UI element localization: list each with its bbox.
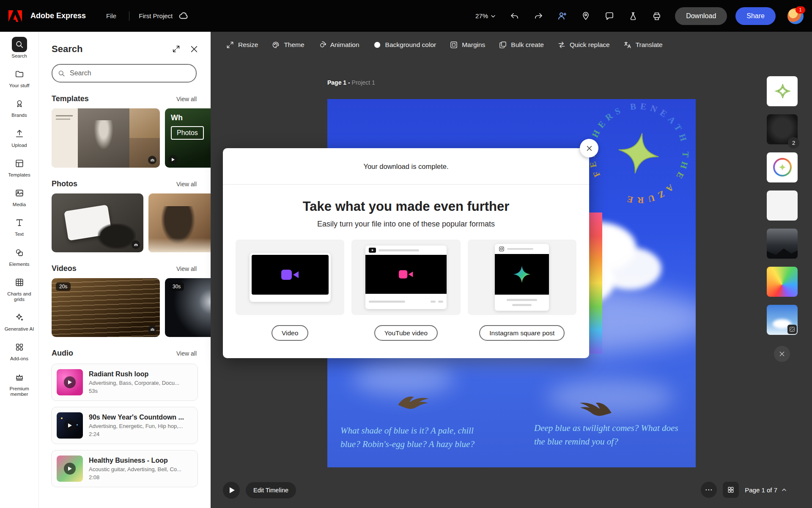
template-card[interactable]: Wh Photos (165, 108, 211, 168)
sidebar-item-media[interactable]: Media (1, 185, 38, 207)
search-icon (12, 37, 27, 52)
redo-icon (534, 11, 543, 21)
sidebar-item-brands[interactable]: Brands (1, 96, 38, 118)
cloud-sync-icon[interactable] (178, 11, 189, 21)
instagram-preview (495, 244, 549, 311)
toolbar-animation[interactable]: Animation (318, 41, 359, 49)
zoom-control[interactable]: 27% (472, 10, 500, 22)
sidebar-item-charts-grids[interactable]: Charts and grids (1, 275, 38, 302)
sidebar-item-search[interactable]: Search (1, 37, 38, 59)
sidebar-item-your-stuff[interactable]: Your stuff (1, 66, 38, 88)
share-button[interactable]: Share (735, 7, 776, 25)
page-thumbnail-3[interactable] (767, 152, 798, 182)
sidebar-item-add-ons[interactable]: Add-ons (1, 340, 38, 362)
play-icon[interactable] (64, 420, 76, 431)
template-card[interactable] (52, 108, 160, 168)
videos-view-all[interactable]: View all (176, 265, 197, 272)
format-card-youtube[interactable] (351, 240, 460, 315)
location-button[interactable] (577, 7, 595, 25)
sidebar-item-text[interactable]: Text (1, 215, 38, 237)
photos-heading: Photos (52, 179, 176, 188)
grid-view-button[interactable] (723, 482, 739, 498)
dialog-subheading: Easily turn your file into one of these … (223, 220, 589, 229)
play-button[interactable] (223, 482, 240, 499)
play-icon[interactable] (64, 376, 76, 388)
photo-card[interactable] (52, 193, 143, 252)
page-thumbnail-2[interactable]: 2 (767, 114, 798, 144)
video-option-button[interactable]: Video (272, 325, 308, 341)
bulk-create-icon (499, 41, 507, 49)
audio-duration: 53s (89, 388, 192, 394)
background-color-swatch (373, 41, 381, 49)
page-indicator[interactable]: Page 1 of 7 (745, 486, 787, 494)
photo-card[interactable] (148, 193, 211, 252)
comment-button[interactable] (601, 7, 618, 25)
decor (94, 120, 113, 150)
toolbar-bulk-create[interactable]: Bulk create (499, 41, 544, 49)
sidebar-item-elements[interactable]: Elements (1, 245, 38, 267)
templates-view-all[interactable]: View all (176, 96, 197, 102)
audio-item[interactable]: Healthy Business - Loop Acoustic guitar,… (51, 450, 198, 487)
canvas-text-right[interactable]: Deep blue as twilight comes? What does t… (534, 422, 682, 448)
labs-button[interactable] (624, 7, 642, 25)
download-button[interactable]: Download (675, 7, 727, 25)
scribble-star (771, 80, 793, 102)
page-thumbnail-5[interactable] (767, 229, 798, 259)
print-button[interactable] (648, 7, 666, 25)
instagram-option-button[interactable]: Instagram square post (479, 325, 565, 341)
toolbar-translate[interactable]: Translate (623, 41, 663, 49)
audio-item[interactable]: 90s New Year's Countdown ... Advertising… (51, 407, 198, 444)
invite-button[interactable] (553, 7, 571, 25)
file-menu[interactable]: File (103, 10, 120, 22)
page-thumbnail-4[interactable] (767, 190, 798, 221)
toolbar-background-color[interactable]: Background color (373, 41, 436, 49)
search-input[interactable] (69, 69, 191, 77)
more-options-button[interactable]: ⋯ (701, 482, 717, 498)
close-dialog-button[interactable] (580, 139, 598, 157)
video-card[interactable]: 30s (165, 278, 211, 337)
youtube-option-button[interactable]: YouTube video (374, 325, 438, 341)
notification-badge: 1 (796, 6, 805, 14)
format-card-video[interactable] (236, 240, 344, 315)
audio-duration: 2:24 (89, 431, 192, 437)
page-thumbnail-7[interactable] (767, 305, 798, 335)
green-star-element[interactable] (614, 129, 663, 178)
download-complete-dialog: Your download is complete. Take what you… (223, 148, 589, 358)
sidebar-item-generative-ai[interactable]: Generative AI (1, 310, 38, 332)
page-thumbnail-1[interactable] (767, 76, 798, 106)
premium-crown-icon (148, 156, 156, 164)
toolbar-resize[interactable]: Resize (226, 41, 258, 49)
upload-icon (12, 126, 27, 141)
adobe-logo-icon[interactable] (8, 10, 22, 22)
toolbar-theme[interactable]: Theme (272, 41, 304, 49)
avatar[interactable]: 1 (787, 8, 804, 24)
audio-title: Radiant Rush loop (89, 370, 192, 378)
sidebar-item-upload[interactable]: Upload (1, 126, 38, 148)
redo-button[interactable] (529, 7, 547, 25)
grid-view-icon (727, 486, 735, 494)
close-pages-button[interactable] (774, 346, 790, 362)
edit-timeline-button[interactable]: Edit Timeline (246, 482, 296, 498)
audio-view-all[interactable]: View all (176, 350, 197, 357)
format-card-instagram[interactable] (468, 240, 576, 315)
toolbar-quick-replace[interactable]: Quick replace (557, 41, 610, 49)
expand-icon (172, 44, 181, 54)
audio-item[interactable]: Radiant Rush loop Advertising, Bass, Cor… (51, 364, 198, 401)
canvas-text-left[interactable]: What shade of blue is it? A pale, chill … (340, 424, 493, 451)
video-card[interactable]: 20s (52, 278, 160, 337)
divider (223, 184, 589, 185)
project-name[interactable]: First Project (139, 12, 173, 19)
page-thumbnail-6[interactable] (767, 267, 798, 297)
play-icon[interactable] (64, 463, 76, 475)
sidebar-item-templates[interactable]: Templates (1, 156, 38, 178)
search-input-wrap (52, 64, 197, 83)
bird-icon[interactable] (566, 394, 614, 422)
expand-panel-button[interactable] (172, 44, 181, 54)
close-panel-button[interactable] (189, 44, 199, 54)
bird-icon[interactable] (396, 392, 440, 414)
photos-view-all[interactable]: View all (176, 181, 197, 188)
toolbar-margins[interactable]: Margins (450, 41, 485, 49)
text-icon (12, 215, 27, 230)
undo-button[interactable] (506, 7, 524, 25)
sidebar-item-premium[interactable]: Premium member (1, 370, 38, 397)
